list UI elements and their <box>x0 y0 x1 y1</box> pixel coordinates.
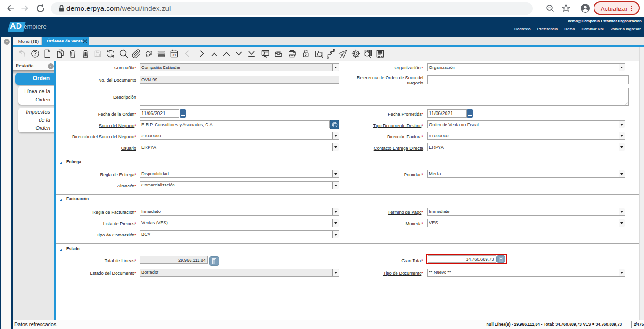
svg-text:31: 31 <box>172 53 177 57</box>
